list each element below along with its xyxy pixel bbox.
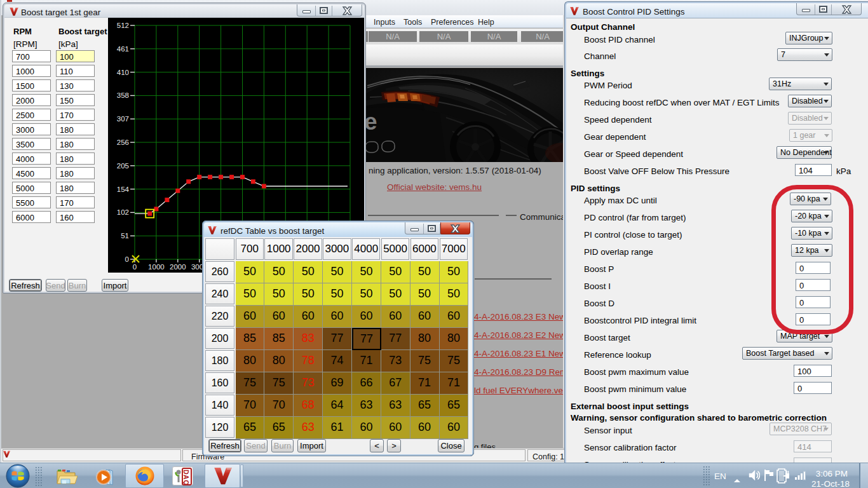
svg-text:DAQ: DAQ xyxy=(182,470,190,485)
svg-text:256: 256 xyxy=(117,139,129,146)
svg-text:1000: 1000 xyxy=(148,263,165,271)
svg-text:307: 307 xyxy=(117,115,129,123)
svg-text:410: 410 xyxy=(117,69,129,76)
svg-text:0: 0 xyxy=(125,255,129,263)
svg-text:154: 154 xyxy=(117,186,130,193)
svg-text:e: e xyxy=(364,109,377,135)
svg-text:51: 51 xyxy=(121,232,129,240)
svg-text:2000: 2000 xyxy=(170,263,186,271)
svg-text:358: 358 xyxy=(117,92,129,99)
svg-text:205: 205 xyxy=(117,162,129,170)
svg-text:461: 461 xyxy=(117,45,129,53)
svg-text:0: 0 xyxy=(133,263,137,271)
svg-text:512: 512 xyxy=(117,22,129,29)
svg-text:102: 102 xyxy=(117,208,129,216)
